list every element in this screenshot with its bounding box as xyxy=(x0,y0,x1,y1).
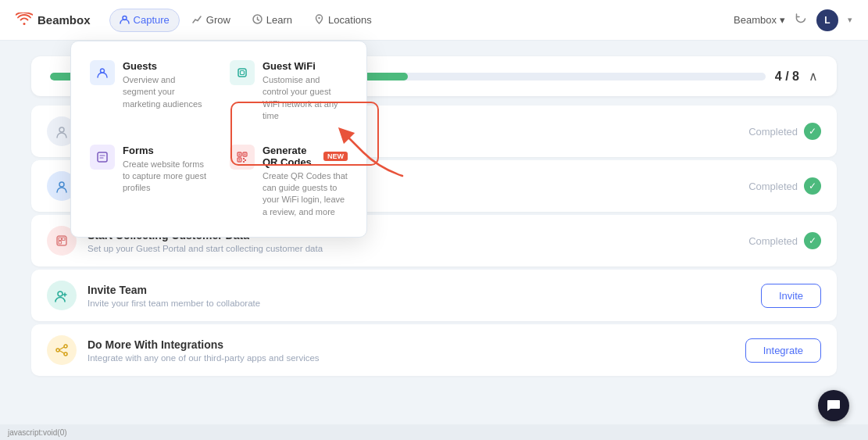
nav-grow-label: Grow xyxy=(206,14,230,26)
svg-point-24 xyxy=(64,352,67,356)
integrations-description: Integrate with any one of our third-part… xyxy=(88,353,320,363)
nav-right: Beambox ▾ L ▾ xyxy=(734,9,852,31)
nav-locations-label: Locations xyxy=(328,14,372,26)
avatar[interactable]: L xyxy=(816,9,838,31)
svg-point-22 xyxy=(56,349,59,352)
dropdown-item-guest-wifi[interactable]: Guest WiFi Customise and control your gu… xyxy=(223,54,354,129)
create-account-check-icon: ✓ xyxy=(804,123,821,140)
account-dropdown[interactable]: Beambox ▾ xyxy=(734,14,785,26)
invite-team-title: Invite Team xyxy=(88,284,260,296)
guest-wifi-title: Guest WiFi xyxy=(263,60,348,72)
forms-title: Forms xyxy=(123,145,208,156)
invite-team-description: Invite your first team member to collabo… xyxy=(88,299,260,308)
invite-team-text: Invite Team Invite your first team membe… xyxy=(88,284,260,308)
integrations-icon xyxy=(47,335,77,365)
progress-collapse-icon[interactable]: ∧ xyxy=(809,69,818,84)
grow-icon xyxy=(192,14,202,27)
qr-codes-text: Generate QR Codes NEW Create QR Codes th… xyxy=(263,145,348,219)
guests-description: Overview and segment your marketing audi… xyxy=(123,74,208,110)
guests-text: Guests Overview and segment your marketi… xyxy=(123,60,208,110)
step-invite-team: Invite Team Invite your first team membe… xyxy=(31,270,837,321)
new-badge: NEW xyxy=(323,152,348,161)
svg-rect-18 xyxy=(59,238,62,241)
collect-data-status: Completed ✓ xyxy=(748,232,821,249)
svg-rect-19 xyxy=(63,238,66,241)
avatar-chevron-icon: ▾ xyxy=(848,15,852,25)
qr-codes-title: Generate QR Codes NEW xyxy=(263,145,348,168)
create-account-status: Completed ✓ xyxy=(748,123,821,140)
dropdown-item-guests[interactable]: Guests Overview and segment your marketi… xyxy=(84,54,214,129)
svg-line-26 xyxy=(59,351,64,354)
integrate-button[interactable]: Integrate xyxy=(745,338,821,363)
step-invite-team-left: Invite Team Invite your first team membe… xyxy=(47,281,260,310)
logo-icon xyxy=(16,11,33,29)
svg-rect-4 xyxy=(238,69,246,77)
svg-point-23 xyxy=(64,345,67,348)
nav-capture-label: Capture xyxy=(134,14,170,26)
invite-team-action: Invite xyxy=(761,284,821,308)
nav-grow[interactable]: Grow xyxy=(183,9,240,31)
svg-point-21 xyxy=(58,292,63,296)
nav-learn-label: Learn xyxy=(266,14,292,26)
svg-rect-5 xyxy=(241,71,245,75)
guests-title: Guests xyxy=(123,60,208,72)
integrations-text: Do More With Integrations Integrate with… xyxy=(88,338,320,363)
nav-items: Capture Grow Learn xyxy=(109,9,734,32)
account-chevron-icon: ▾ xyxy=(780,14,785,26)
invite-team-icon xyxy=(47,281,77,310)
integrations-action: Integrate xyxy=(745,338,821,363)
choose-installation-check-icon: ✓ xyxy=(804,177,821,195)
qr-codes-icon xyxy=(230,145,255,170)
forms-icon xyxy=(90,145,115,170)
svg-rect-14 xyxy=(239,159,241,160)
invite-button[interactable]: Invite xyxy=(761,284,821,308)
logo[interactable]: Beambox xyxy=(16,11,91,29)
refresh-icon[interactable] xyxy=(795,13,807,28)
svg-rect-20 xyxy=(59,241,62,245)
nav-capture[interactable]: Capture xyxy=(109,9,180,32)
step-integrations: Do More With Integrations Integrate with… xyxy=(31,324,837,376)
capture-icon xyxy=(120,14,130,27)
guest-wifi-description: Customise and control your guest WiFi ne… xyxy=(263,74,348,123)
qr-codes-description: Create QR Codes that can guide guests to… xyxy=(263,170,348,219)
choose-installation-completed-label: Completed xyxy=(748,181,798,192)
svg-line-25 xyxy=(59,347,64,350)
svg-point-16 xyxy=(59,182,64,187)
svg-rect-13 xyxy=(245,153,246,155)
svg-rect-6 xyxy=(98,152,107,162)
status-text: javascript:void(0) xyxy=(8,428,67,437)
svg-point-15 xyxy=(59,127,64,132)
nav-learn[interactable]: Learn xyxy=(243,9,302,31)
dropdown-item-forms[interactable]: Forms Create website forms to capture mo… xyxy=(84,138,214,225)
create-account-completed-label: Completed xyxy=(748,126,798,138)
forms-text: Forms Create website forms to capture mo… xyxy=(123,145,208,195)
collect-data-description: Set up your Guest Portal and start colle… xyxy=(88,244,323,253)
svg-point-2 xyxy=(318,16,320,18)
guests-icon xyxy=(90,60,115,85)
nav-locations[interactable]: Locations xyxy=(305,9,381,31)
locations-icon xyxy=(314,14,324,27)
choose-installation-status: Completed ✓ xyxy=(748,177,821,195)
guest-wifi-icon xyxy=(230,60,255,85)
learn-icon xyxy=(252,14,263,27)
dropdown-grid: Guests Overview and segment your marketi… xyxy=(84,54,354,224)
status-bar: javascript:void(0) xyxy=(0,424,868,440)
capture-dropdown-menu: Guests Overview and segment your marketi… xyxy=(70,41,367,238)
integrations-title: Do More With Integrations xyxy=(88,338,320,351)
step-integrations-left: Do More With Integrations Integrate with… xyxy=(47,335,320,365)
top-navigation: Beambox Capture Grow xyxy=(0,0,868,41)
collect-data-check-icon: ✓ xyxy=(804,232,821,249)
dropdown-item-qr-codes[interactable]: Generate QR Codes NEW Create QR Codes th… xyxy=(223,138,354,225)
forms-description: Create website forms to capture more gue… xyxy=(123,159,208,195)
chat-button[interactable] xyxy=(818,390,849,421)
logo-text: Beambox xyxy=(38,13,91,27)
account-label: Beambox xyxy=(734,14,777,26)
avatar-letter: L xyxy=(824,15,830,26)
svg-rect-12 xyxy=(239,153,241,155)
guest-wifi-text: Guest WiFi Customise and control your gu… xyxy=(263,60,348,123)
collect-data-completed-label: Completed xyxy=(748,235,798,247)
progress-label: 4 / 8 xyxy=(775,70,799,84)
